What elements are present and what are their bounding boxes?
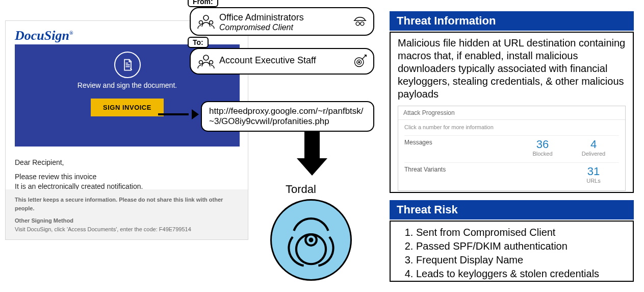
attack-progression-help: Click a number for more information bbox=[404, 124, 619, 130]
to-title: Account Executive Staff bbox=[219, 55, 366, 66]
document-icon bbox=[114, 52, 141, 78]
sign-invoice-button[interactable]: SIGN INVOICE bbox=[91, 99, 164, 116]
from-subtitle: Compromised Client bbox=[219, 23, 366, 32]
blocked-metric[interactable]: 36 Blocked bbox=[517, 139, 568, 157]
threat-info-header: Threat Information bbox=[390, 11, 634, 31]
group-icon bbox=[196, 51, 216, 71]
blocked-caption: Blocked bbox=[532, 151, 552, 157]
footer-method-title: Other Signing Method bbox=[15, 216, 239, 225]
svg-point-2 bbox=[210, 21, 213, 25]
arrow-down-icon bbox=[297, 132, 327, 178]
greeting: Dear Recipient, bbox=[15, 158, 143, 168]
urls-metric[interactable]: 31 URLs bbox=[568, 166, 619, 184]
svg-point-3 bbox=[356, 22, 359, 26]
docusign-logo: DocuSign® bbox=[15, 28, 73, 43]
attack-progression-title: Attack Progression bbox=[398, 106, 625, 120]
arrow-right-icon bbox=[158, 111, 199, 116]
delivered-count: 4 bbox=[568, 139, 619, 150]
variants-row: Threat Variants 0x 31 URLs bbox=[404, 162, 619, 189]
risk-item: Passed SPF/DKIM authentication bbox=[416, 239, 626, 253]
messages-label: Messages bbox=[404, 139, 517, 157]
risk-item: Leads to keyloggers & stolen credentials bbox=[416, 267, 626, 281]
threat-info-panel: Malicious file hidden at URL destination… bbox=[390, 32, 634, 193]
body-line-1: Please review this invoice bbox=[15, 173, 96, 181]
threat-risk-header: Threat Risk bbox=[390, 200, 634, 220]
variants-label: Threat Variants bbox=[404, 166, 517, 184]
footer-instructions: Visit DocuSign, click 'Access Documents'… bbox=[15, 225, 239, 234]
malware-name: Tordal bbox=[286, 183, 316, 196]
malicious-url-box: http://feedproxy.google.com/~r/panfbtsk/… bbox=[201, 101, 374, 132]
urls-caption: URLs bbox=[586, 178, 601, 184]
svg-point-10 bbox=[358, 61, 360, 63]
risk-item: Sent from Compromised Client bbox=[416, 226, 626, 239]
attack-progression-box: Attack Progression Click a number for mo… bbox=[398, 106, 626, 191]
from-title: Office Administrators bbox=[219, 12, 366, 23]
to-tag: To: bbox=[188, 37, 209, 48]
messages-row: Messages 36 Blocked 4 Delivered bbox=[404, 135, 619, 162]
svg-point-7 bbox=[210, 61, 213, 64]
threat-info-description: Malicious file hidden at URL destination… bbox=[398, 37, 626, 101]
svg-point-4 bbox=[360, 22, 364, 26]
threat-risk-panel: Sent from Compromised Client Passed SPF/… bbox=[390, 221, 634, 282]
to-bubble: To: Account Executive Staff bbox=[190, 48, 374, 75]
threat-risk-list: Sent from Compromised Client Passed SPF/… bbox=[398, 226, 626, 281]
group-icon bbox=[196, 11, 216, 32]
svg-point-1 bbox=[199, 21, 203, 25]
urls-count: 31 bbox=[568, 166, 619, 177]
footer-warning: This letter keeps a secure information. … bbox=[15, 196, 239, 212]
biohazard-icon bbox=[270, 199, 352, 281]
spy-icon bbox=[353, 14, 367, 29]
risk-item: Frequent Display Name bbox=[416, 253, 626, 267]
hero-text: Review and sign the document. bbox=[15, 81, 240, 89]
svg-point-6 bbox=[199, 61, 203, 64]
target-icon bbox=[353, 54, 367, 68]
from-bubble: From: Office Administrators Compromised … bbox=[190, 7, 374, 36]
email-footer: This letter keeps a secure information. … bbox=[6, 189, 248, 239]
from-tag: From: bbox=[188, 0, 218, 7]
blocked-count: 36 bbox=[517, 139, 568, 150]
delivered-caption: Delivered bbox=[582, 151, 605, 157]
svg-point-0 bbox=[203, 15, 209, 20]
delivered-metric[interactable]: 4 Delivered bbox=[568, 139, 619, 157]
svg-point-5 bbox=[203, 55, 209, 60]
svg-point-12 bbox=[310, 239, 313, 241]
logo-text: DocuSign bbox=[15, 28, 69, 43]
